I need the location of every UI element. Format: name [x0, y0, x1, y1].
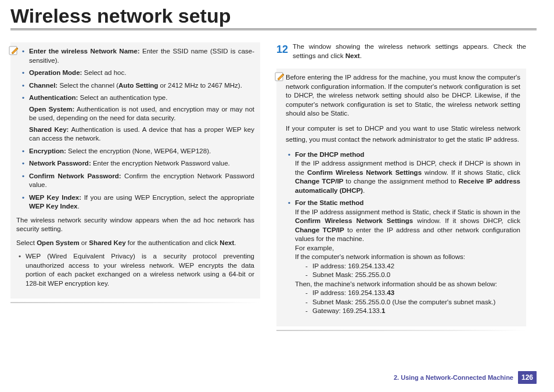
note-box: Enter the wireless Network Name: Enter t… [10, 42, 260, 299]
step-number: 12 [276, 42, 292, 56]
note-icon [8, 45, 20, 56]
list-item: WEP (Wired Equivalent Privacy) is a secu… [16, 252, 254, 288]
note-box: Before entering the IP address for the m… [276, 69, 526, 326]
footer: 2. Using a Network-Connected Machine 126 [394, 371, 537, 384]
page-number: 126 [518, 371, 537, 384]
body-text: Before entering the IP address for the m… [286, 73, 520, 118]
list-item: Subnet Mask: 255.255.0.0 (Use the comput… [305, 298, 520, 307]
right-column: 12 The window showing the wireless netwo… [276, 42, 526, 335]
list-item: IP address: 169.254.133.43 [305, 289, 520, 298]
body-text: If your computer is set to DHCP and you … [286, 123, 520, 146]
left-column: Enter the wireless Network Name: Enter t… [10, 42, 260, 335]
divider [10, 30, 537, 31]
body-text: Then, the machine's network information … [295, 280, 520, 289]
body-text: Open System: Authentication is not used,… [29, 105, 254, 123]
divider [10, 302, 260, 303]
step: 12 The window showing the wireless netwo… [276, 42, 526, 60]
body-text: The window showing the wireless network … [293, 42, 526, 60]
list-item: For the Static method If the IP address … [286, 199, 520, 316]
body-text: If the computer's network information is… [295, 253, 520, 262]
list-item: Gateway: 169.254.133.1 [305, 307, 520, 316]
chapter-label: 2. Using a Network-Connected Machine [394, 374, 513, 381]
list-item: Network Password: Enter the encryption N… [20, 159, 254, 168]
list-item: Operation Mode: Select ad hoc. [20, 69, 254, 78]
list-item: For the DHCP method If the IP address as… [286, 150, 520, 196]
body-text: The wireless network security window app… [16, 216, 254, 234]
page-title: Wireless network setup [10, 5, 537, 27]
list-item: Channel: Select the channel (Auto Settin… [20, 81, 254, 91]
body-text: Shared Key: Authentication is used. A de… [29, 125, 254, 143]
list-item: IP address: 169.254.133.42 [305, 262, 520, 271]
divider [10, 28, 537, 30]
list-item: Authentication: Select an authentication… [20, 93, 254, 143]
list-item: Confirm Network Password: Confirm the en… [20, 172, 254, 190]
body-text: Select Open System or Shared Key for the… [16, 239, 254, 248]
list-item: Subnet Mask: 255.255.0.0 [305, 271, 520, 280]
note-icon [274, 71, 286, 82]
divider [276, 330, 526, 331]
list-item: Enter the wireless Network Name: Enter t… [20, 47, 254, 65]
list-item: Encryption: Select the encryption (None,… [20, 147, 254, 156]
list-item: WEP Key Index: If you are using WEP Encr… [20, 193, 254, 211]
body-text: For example, [295, 244, 520, 253]
